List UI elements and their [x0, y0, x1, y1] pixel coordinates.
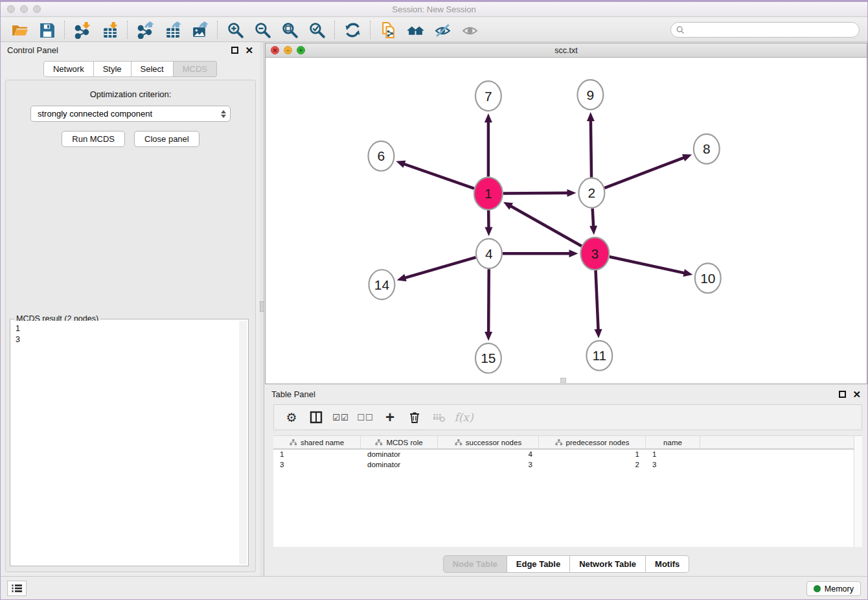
tab-style[interactable]: Style — [94, 61, 131, 77]
graph-edge-3-11[interactable] — [596, 270, 599, 330]
zoom-out-button[interactable] — [249, 19, 276, 40]
hide-selected-button[interactable] — [429, 19, 456, 40]
window-title: Session: New Session — [1, 5, 867, 14]
col-header-sort-icon — [290, 439, 297, 446]
graph-edge-2-3[interactable] — [593, 209, 594, 227]
toggle-column-panel-button[interactable] — [305, 407, 327, 428]
graph-node-1[interactable]: 1 — [474, 178, 503, 210]
export-table-button[interactable] — [159, 19, 186, 40]
col-header-sort-icon — [455, 439, 463, 446]
graph-edge-4-14[interactable] — [404, 257, 476, 278]
node-label: 4 — [485, 246, 493, 261]
fx-icon: f(x) — [454, 411, 473, 424]
zoom-fit-icon — [281, 21, 299, 39]
save-session-button[interactable] — [33, 19, 60, 40]
graph-node-3[interactable]: 3 — [580, 237, 609, 270]
tab-mcds[interactable]: MCDS — [174, 61, 217, 77]
column-header-successor-nodes[interactable]: successor nodes — [438, 436, 539, 448]
float-panel-icon[interactable] — [231, 47, 238, 54]
open-session-button[interactable] — [6, 19, 33, 40]
task-history-button[interactable] — [7, 581, 27, 596]
zoom-fit-button[interactable] — [276, 19, 303, 40]
export-image-icon — [191, 21, 209, 39]
run-mcds-button[interactable]: Run MCDS — [62, 131, 125, 147]
refresh-button[interactable] — [339, 19, 366, 40]
graph-edge-3-1[interactable] — [510, 206, 581, 246]
show-all-button[interactable] — [456, 19, 483, 40]
tab-node-table[interactable]: Node Table — [443, 555, 507, 573]
export-image-button[interactable] — [186, 19, 213, 40]
memory-button[interactable]: Memory — [806, 581, 861, 596]
graph-node-6[interactable]: 6 — [368, 141, 394, 171]
column-header-MCDS-role[interactable]: MCDS role — [361, 436, 438, 448]
hide-selected-icon — [434, 21, 451, 39]
clone-network-button[interactable] — [374, 19, 402, 40]
table-cell: 1 — [539, 450, 646, 460]
control-panel-tabs: NetworkStyleSelectMCDS — [1, 61, 260, 77]
tab-select[interactable]: Select — [131, 61, 174, 77]
network-hscroll-thumb[interactable] — [560, 378, 566, 383]
add-column-button[interactable]: + — [379, 407, 401, 428]
edge-arrowhead — [569, 249, 578, 257]
graph-edge-2-9[interactable] — [591, 120, 591, 178]
graph-edge-2-8[interactable] — [604, 157, 685, 188]
graph-edge-1-6[interactable] — [404, 164, 474, 189]
toolbar-buttons — [6, 19, 483, 40]
toolbar-separator — [370, 21, 371, 39]
select-all-rows-button[interactable]: ☑☑ — [330, 407, 352, 428]
export-network-button[interactable] — [131, 19, 159, 40]
list-menu-icon — [12, 584, 22, 593]
node-label: 3 — [591, 246, 599, 261]
network-canvas[interactable]: 7968124314101511 — [266, 58, 867, 384]
graph-node-15[interactable]: 15 — [475, 343, 501, 373]
table-scrollbar[interactable] — [854, 436, 862, 547]
table-float-panel-icon[interactable] — [839, 391, 846, 398]
graph-edge-3-10[interactable] — [610, 257, 685, 273]
mcds-result-text[interactable]: 13 — [12, 321, 239, 564]
graph-node-4[interactable]: 4 — [476, 238, 502, 268]
tab-edge-table[interactable]: Edge Table — [507, 555, 570, 573]
column-header-predecessor-nodes[interactable]: predecessor nodes — [539, 436, 646, 448]
import-table-icon — [101, 21, 119, 39]
close-panel-button[interactable]: Close panel — [134, 131, 200, 147]
graph-node-14[interactable]: 14 — [369, 270, 394, 299]
tab-network[interactable]: Network — [43, 61, 94, 77]
panel-splitter[interactable] — [260, 42, 264, 576]
graph-node-9[interactable]: 9 — [577, 80, 603, 110]
import-network-button[interactable] — [69, 19, 96, 40]
result-line: 3 — [16, 334, 235, 345]
table-row[interactable]: 3dominator323 — [273, 460, 862, 470]
optimization-criterion-select[interactable]: strongly connected component — [30, 106, 231, 122]
import-table-button[interactable] — [96, 19, 123, 40]
graph-node-10[interactable]: 10 — [695, 263, 721, 293]
column-header-shared-name[interactable]: shared name — [273, 436, 361, 448]
delete-column-button[interactable] — [404, 407, 426, 428]
mcds-panel: Optimization criterion: strongly connect… — [5, 80, 256, 572]
graph-edge-4-15[interactable] — [488, 269, 489, 333]
table-settings-gear-button[interactable]: ⚙ — [280, 407, 303, 428]
node-label: 8 — [703, 141, 711, 156]
status-bar: Memory — [1, 576, 867, 599]
graph-node-11[interactable]: 11 — [586, 341, 612, 371]
search-box[interactable] — [670, 22, 860, 38]
search-input[interactable] — [688, 25, 854, 34]
graph-edge-1-2[interactable] — [503, 193, 569, 194]
close-panel-icon[interactable]: ✕ — [245, 47, 253, 54]
zoom-selected-button[interactable] — [303, 19, 330, 40]
tab-network-table[interactable]: Network Table — [570, 555, 646, 573]
column-header-name[interactable]: name — [646, 436, 700, 448]
zoom-in-button[interactable] — [222, 19, 249, 40]
deselect-all-rows-button[interactable]: ☐☐ — [354, 407, 376, 428]
home-button[interactable] — [402, 19, 429, 40]
network-window-titlebar[interactable]: ✕ − + scc.txt — [266, 43, 867, 58]
graph-node-7[interactable]: 7 — [475, 81, 501, 111]
table-row[interactable]: 1dominator411 — [273, 450, 862, 460]
toolbar-separator — [334, 21, 335, 39]
table-close-panel-icon[interactable]: ✕ — [852, 391, 861, 398]
node-label: 10 — [700, 271, 715, 286]
splitter-grip[interactable] — [260, 301, 264, 312]
graph-node-8[interactable]: 8 — [694, 134, 720, 164]
graph-node-2[interactable]: 2 — [578, 178, 604, 208]
result-scrollbar[interactable] — [239, 321, 247, 564]
tab-motifs[interactable]: Motifs — [646, 555, 689, 573]
